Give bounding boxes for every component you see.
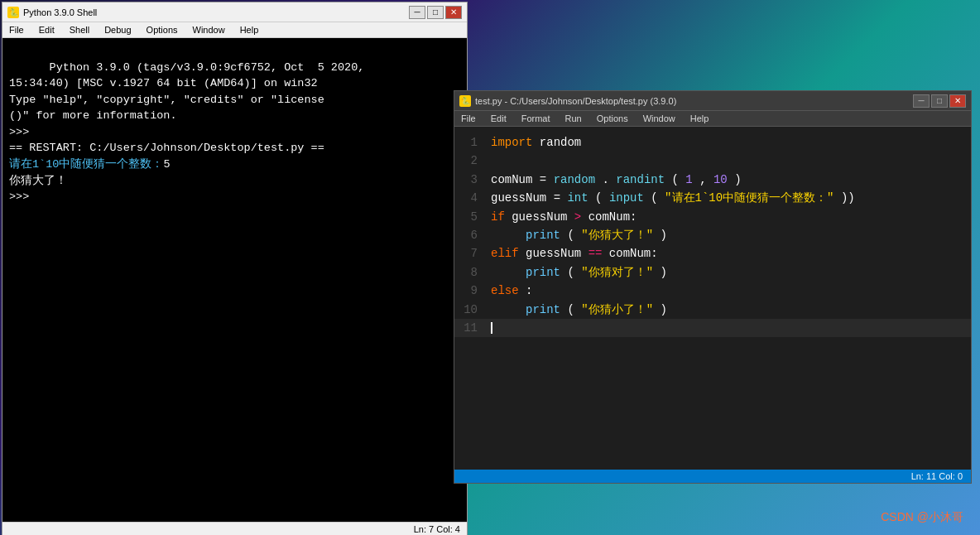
shell-minimize-button[interactable]: ─ [409, 6, 425, 19]
module-random: random [540, 136, 581, 149]
editor-minimize-button[interactable]: ─ [913, 94, 930, 108]
editor-statusbar: Ln: 11 Col: 0 [454, 470, 971, 483]
editor-menu-help[interactable]: Help [688, 113, 712, 124]
shell-close-button[interactable]: ✕ [445, 6, 462, 19]
editor-content[interactable]: 1 import random 2 3 comNum = random . ra… [454, 127, 971, 470]
shell-menu-debug[interactable]: Debug [102, 24, 133, 36]
text-cursor [491, 322, 492, 334]
editor-menu-edit[interactable]: Edit [488, 113, 509, 124]
space2: comNum: [588, 210, 637, 224]
paren-open: ( [672, 173, 679, 186]
shell-maximize-button[interactable]: □ [427, 6, 444, 19]
keyword-import: import [491, 136, 532, 149]
editor-menu-run[interactable]: Run [563, 113, 584, 124]
indent2 [491, 266, 519, 279]
shell-menu-help[interactable]: Help [238, 24, 262, 36]
editor-status-text: Ln: 11 Col: 0 [911, 471, 963, 481]
line-code-4: guessNum = int ( input ( "请在1`10中随便猜一个整数… [488, 189, 971, 207]
comma: , [699, 173, 713, 186]
paren-c2: )) [841, 191, 855, 205]
line-num-9: 9 [454, 282, 488, 300]
func-print2: print [526, 266, 560, 279]
editor-menu-options[interactable]: Options [594, 113, 631, 124]
code-line-3: 3 comNum = random . randint ( 1 , 10 ) [454, 171, 971, 189]
paren-pc2: ) [660, 266, 666, 279]
code-line-1: 1 import random [454, 133, 971, 152]
keyword-else: else [491, 284, 519, 297]
func-randint: randint [616, 173, 665, 186]
csdn-watermark: CSDN @小沐哥 [881, 510, 963, 525]
dot: . [602, 173, 608, 186]
operator-eq2: = [554, 191, 568, 205]
line-num-4: 4 [454, 189, 488, 207]
line-code-5: if guessNum > comNum: [488, 208, 971, 226]
line-code-10: print ( "你猜小了！" ) [488, 301, 971, 319]
func-int: int [567, 191, 588, 205]
space1: guessNum [512, 210, 574, 224]
str-correct: "你猜对了！" [581, 266, 653, 279]
code-line-7: 7 elif guessNum == comNum: [454, 244, 971, 263]
str-prompt: "请在1`10中随便猜一个整数：" [665, 191, 833, 205]
line-num-8: 8 [454, 263, 488, 282]
shell-menu-edit[interactable]: Edit [36, 24, 57, 36]
code-line-5: 5 if guessNum > comNum: [454, 208, 971, 226]
line-code-11 [488, 319, 971, 337]
indent1 [491, 229, 519, 242]
line-code-8: print ( "你猜对了！" ) [488, 263, 971, 282]
shell-content[interactable]: Python 3.9.0 (tags/v3.9.0:9cf6752, Oct 5… [2, 38, 467, 522]
editor-menu-window[interactable]: Window [641, 113, 678, 124]
line-code-6: print ( "你猜大了！" ) [488, 226, 971, 244]
editor-close-button[interactable]: ✕ [949, 94, 966, 108]
str-big: "你猜大了！" [581, 229, 653, 242]
editor-menu-format[interactable]: Format [519, 113, 553, 124]
shell-menu-file[interactable]: File [7, 24, 26, 36]
str-small: "你猜小了！" [581, 303, 653, 316]
editor-menubar: File Edit Format Run Options Window Help [454, 111, 971, 127]
paren-p2: ( [567, 266, 574, 279]
shell-menubar: File Edit Shell Debug Options Window Hel… [2, 22, 467, 38]
shell-title-text: Python 3.9.0 Shell [23, 7, 97, 17]
code-line-8: 8 print ( "你猜对了！" ) [454, 263, 971, 282]
editor-maximize-button[interactable]: □ [931, 94, 948, 108]
line-code-3: comNum = random . randint ( 1 , 10 ) [488, 171, 971, 189]
line-num-6: 6 [454, 226, 488, 244]
code-line-4: 4 guessNum = int ( input ( "请在1`10中随便猜一个… [454, 189, 971, 207]
line-num-7: 7 [454, 244, 488, 263]
paren-close: ) [734, 173, 741, 186]
colon: : [526, 284, 532, 297]
python-icon: 🐍 [7, 7, 19, 18]
shell-menu-shell[interactable]: Shell [67, 24, 92, 36]
shell-menu-options[interactable]: Options [144, 24, 180, 36]
code-line-6: 6 print ( "你猜大了！" ) [454, 226, 971, 244]
shell-window: 🐍 Python 3.9.0 Shell ─ □ ✕ File Edit She… [2, 2, 468, 535]
editor-titlebar: 🐍 test.py - C:/Users/Johnson/Desktop/tes… [454, 91, 971, 111]
line-num-2: 2 [454, 152, 488, 170]
shell-menu-window[interactable]: Window [190, 24, 228, 36]
line-code-1: import random [488, 133, 971, 152]
paren-o2: ( [651, 191, 657, 205]
code-line-11: 11 [454, 319, 971, 337]
shell-status-text: Ln: 7 Col: 4 [414, 524, 460, 534]
line-code-9: else : [488, 282, 971, 300]
line-num-10: 10 [454, 301, 488, 319]
line-num-1: 1 [454, 133, 488, 152]
code-line-2: 2 [454, 152, 971, 170]
indent3 [491, 303, 519, 316]
operator-eq: = [540, 173, 554, 186]
op-eq: == [588, 247, 603, 260]
var-comnum: comNum [491, 173, 532, 186]
code-line-10: 10 print ( "你猜小了！" ) [454, 301, 971, 319]
editor-menu-file[interactable]: File [459, 113, 478, 124]
num-10: 10 [713, 173, 728, 186]
space3: guessNum [526, 247, 588, 260]
paren-p1: ( [567, 229, 574, 242]
paren-o: ( [595, 191, 602, 205]
func-print1: print [526, 229, 560, 242]
line-num-11: 11 [454, 319, 488, 337]
line-code-7: elif guessNum == comNum: [488, 244, 971, 263]
line-code-2 [488, 152, 971, 170]
op-gt: > [574, 210, 581, 224]
shell-window-controls: ─ □ ✕ [409, 6, 462, 19]
paren-pc3: ) [660, 303, 666, 316]
editor-window-controls: ─ □ ✕ [913, 94, 966, 108]
